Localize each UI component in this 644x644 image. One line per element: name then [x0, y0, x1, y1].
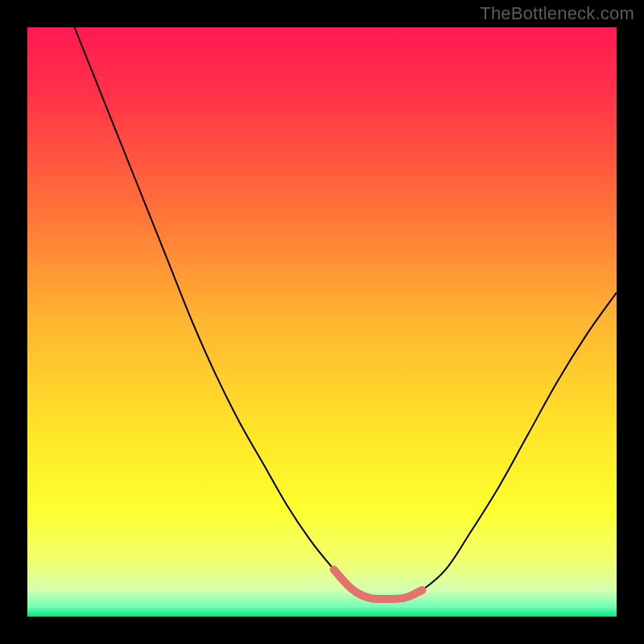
chart-frame: TheBottleneck.com — [0, 0, 644, 644]
chart-svg — [27, 27, 617, 617]
plot-area — [27, 27, 617, 617]
gradient-background — [27, 27, 617, 617]
watermark-text: TheBottleneck.com — [480, 3, 634, 24]
